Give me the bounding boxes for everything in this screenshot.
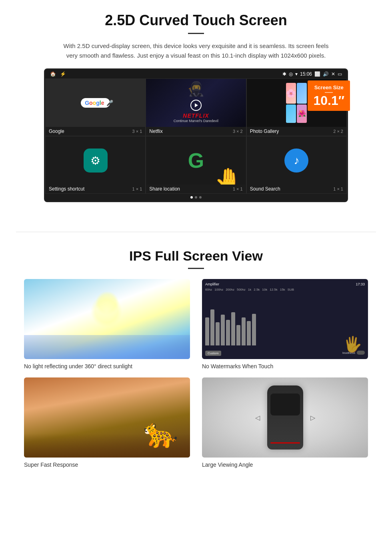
car-top-view: ◁ ▷ <box>267 385 303 450</box>
eq-amplifier-label: Amplifier <box>205 282 219 286</box>
sun-glow <box>90 295 122 327</box>
cheetah-image <box>24 377 190 458</box>
car-lights <box>270 442 300 444</box>
google-search-bar[interactable]: Google 🎤 <box>81 98 110 108</box>
car-windshield <box>270 393 300 415</box>
google-app-img: Google 🎤 <box>46 79 145 127</box>
section1-description: With 2.5D curved-display screen, this de… <box>60 41 332 60</box>
eq-status-bar: Amplifier 17:33 <box>205 282 365 286</box>
section-curved-screen: 2.5D Curved Touch Screen With 2.5D curve… <box>0 0 392 212</box>
dot-1 <box>190 196 193 199</box>
wifi-icon: ▾ <box>295 71 298 77</box>
car-body <box>267 385 303 450</box>
netflix-label-row: Netflix 3 × 2 <box>146 127 246 136</box>
sound-size: 1 × 1 <box>333 187 343 191</box>
settings-app-label: Settings shortcut <box>49 186 84 192</box>
status-right: ✱ ◎ ▾ 15:06 ⬜ 🔊 ✕ ▭ <box>282 71 342 77</box>
app-cell-netflix[interactable]: 🥷 NETFLIX Continue Marvel's Daredevil Ne… <box>146 78 246 136</box>
eq-bottom-row: Custom loudness <box>205 349 365 356</box>
section1-title: 2.5D Curved Touch Screen <box>24 12 368 29</box>
screen-size-badge: Screen Size 10.1″ <box>308 80 350 111</box>
sound-label-row: Sound Search 1 × 1 <box>247 185 346 193</box>
gallery-label-row: Photo Gallery 2 × 2 <box>247 127 346 136</box>
thumb-3 <box>286 104 296 123</box>
google-size: 3 × 1 <box>132 129 142 134</box>
app-cell-sound[interactable]: ♪ Sound Search 1 × 1 <box>246 136 347 194</box>
feature-no-watermarks: Amplifier 17:33 60hz100hz200hz500hz1k2.5… <box>202 279 368 369</box>
car-image: ◁ ▷ <box>202 377 368 458</box>
screen-size-label: Screen Size <box>313 84 344 90</box>
features-grid: No light reflecting under 360° direct su… <box>24 279 368 468</box>
custom-label: Custom <box>205 351 221 356</box>
settings-size: 1 × 1 <box>132 187 142 191</box>
title-underline <box>188 33 204 34</box>
battery-icon: ▭ <box>338 71 342 77</box>
maps-g-icon: G <box>188 149 204 173</box>
hand-eq-icon: 🖐 <box>343 335 362 353</box>
car-img: ◁ ▷ <box>202 377 368 458</box>
volume-icon: 🔊 <box>323 71 329 77</box>
netflix-size: 3 × 2 <box>233 129 243 134</box>
eq-bar-9 <box>247 321 251 345</box>
thumb-1: 🌸 <box>286 83 296 104</box>
large-angle-label: Large Viewing Angle <box>202 462 368 468</box>
section-divider <box>16 232 376 232</box>
app-grid: Google 🎤 Google 3 × 1 <box>45 78 347 194</box>
no-light-label: No light reflecting under 360° direct su… <box>24 363 190 369</box>
mic-icon: 🎤 <box>106 100 113 106</box>
gallery-app-label: Photo Gallery <box>250 128 279 134</box>
screen-size-value: 10.1″ <box>313 94 344 107</box>
eq-bar-8 <box>242 317 246 345</box>
cheetah-gradient <box>24 434 190 458</box>
cheetah-img <box>24 377 190 458</box>
app-cell-share[interactable]: G 🤚 Share location 1 × 1 <box>146 136 246 194</box>
feature-fast-response: Super Fast Response <box>24 377 190 468</box>
camera-icon: ⬜ <box>314 71 320 77</box>
netflix-play-btn[interactable] <box>190 100 202 111</box>
eq-freq-labels: 60hz100hz200hz500hz1k2.5k10k12.5k15kSUB <box>205 288 365 291</box>
eq-img: Amplifier 17:33 60hz100hz200hz500hz1k2.5… <box>202 279 368 359</box>
sky-gradient <box>24 335 190 359</box>
home-icon: 🏠 <box>50 71 56 77</box>
no-light-img <box>24 279 190 359</box>
eq-time: 17:33 <box>356 282 365 286</box>
usb-icon: ⚡ <box>60 71 66 77</box>
app-cell-google[interactable]: Google 🎤 Google 3 × 1 <box>45 78 146 136</box>
eq-bar-3 <box>216 322 220 345</box>
google-label-row: Google 3 × 1 <box>46 127 145 136</box>
eq-custom-btn[interactable]: Custom <box>205 349 221 356</box>
google-app-label: Google <box>49 128 64 134</box>
google-logo: Google <box>85 100 104 106</box>
eq-bar-6 <box>231 312 235 345</box>
section-ips: IPS Full Screen View No light reflecting… <box>0 244 392 480</box>
share-app-img: G 🤚 <box>146 136 246 185</box>
bluetooth-icon: ✱ <box>282 71 286 77</box>
gallery-thumbnails: 🌸 🌺 <box>282 79 311 127</box>
settings-icon: ⚙ <box>84 149 108 173</box>
fast-response-label: Super Fast Response <box>24 462 190 468</box>
angle-arrow-left: ◁ <box>255 414 260 422</box>
netflix-logo: NETFLIX <box>183 112 209 119</box>
feature-large-angle: ◁ ▷ Large Viewing Angle <box>202 377 368 468</box>
gallery-size: 2 × 2 <box>333 129 343 134</box>
netflix-info: NETFLIX Continue Marvel's Daredevil <box>174 100 218 123</box>
app-cell-settings[interactable]: ⚙ Settings shortcut 1 × 1 <box>45 136 146 194</box>
page-dots <box>45 194 347 201</box>
daredevil-silhouette: 🥷 <box>187 81 205 97</box>
sky-image <box>24 279 190 359</box>
status-left: 🏠 ⚡ <box>50 71 66 77</box>
device-screen: 🏠 ⚡ ✱ ◎ ▾ 15:06 ⬜ 🔊 ✕ ▭ <box>44 68 348 202</box>
settings-app-img: ⚙ <box>46 136 145 185</box>
eq-bar-2 <box>210 309 214 345</box>
share-size: 1 × 1 <box>233 187 243 191</box>
badge-divider <box>325 92 333 93</box>
thumb-2 <box>297 83 307 104</box>
sound-app-label: Sound Search <box>250 186 280 192</box>
hand-touch-icon: 🤚 <box>214 167 242 185</box>
settings-label-row: Settings shortcut 1 × 1 <box>46 185 145 193</box>
sound-app-img: ♪ <box>247 136 346 185</box>
dot-3 <box>199 196 202 199</box>
dot-2 <box>195 196 197 199</box>
location-icon: ◎ <box>289 71 293 77</box>
section2-title: IPS Full Screen View <box>24 248 368 264</box>
